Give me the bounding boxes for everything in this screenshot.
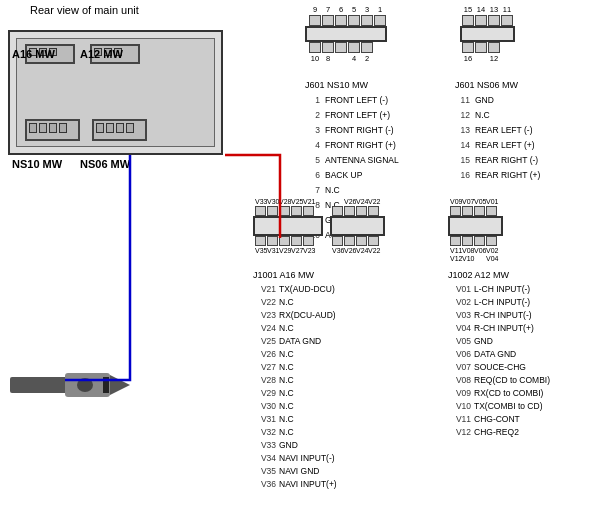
j1002-label: J1002 A12 MW: [448, 270, 509, 280]
j601-ns10-section: 9 7 6 5 3 1 10 8: [305, 5, 387, 63]
diagram-container: Rear view of main unit NS1: [0, 0, 600, 505]
label-a16: A16 MW: [12, 48, 55, 60]
j601-ns06-label: J601 NS06 MW: [455, 80, 518, 90]
svg-marker-2: [110, 375, 130, 395]
j1001-connector-visual-2: V26 V24 V22 V36 V26 V24 V22: [330, 198, 385, 254]
j1002-table: V01L-CH INPUT(-)V02L-CH INPUT(-)V03R-CH …: [448, 283, 550, 439]
j601-ns06-section: 15 14 13 11 16 12: [460, 5, 515, 63]
label-ns10: NS10 MW: [12, 158, 62, 170]
jack-plug: [10, 355, 130, 417]
j601-ns10-label: J601 NS10 MW: [305, 80, 368, 90]
svg-point-4: [77, 378, 93, 392]
conn-a16-unit: [25, 119, 80, 141]
j1001-connector-visual: V33 V30 V28 V25 V21 V35 V31 V29: [253, 198, 323, 254]
svg-rect-0: [10, 377, 70, 393]
j1001-table: V21TX(AUD-DCU)V22N.CV23RX(DCU-AUD)V24N.C…: [253, 283, 337, 491]
label-a12: A12 MW: [80, 48, 123, 60]
label-ns06: NS06 MW: [80, 158, 130, 170]
j1002-connector-visual: V09 V07 V05 V01 V11 V08 V06 V02 V12 V10: [448, 198, 503, 262]
diagram-title: Rear view of main unit: [30, 4, 139, 16]
j601-ns06-table: 11GND12N.C13REAR LEFT (-)14REAR LEFT (+)…: [455, 92, 542, 184]
svg-rect-3: [103, 377, 109, 393]
conn-a12-unit: [92, 119, 147, 141]
j1001-label: J1001 A16 MW: [253, 270, 314, 280]
